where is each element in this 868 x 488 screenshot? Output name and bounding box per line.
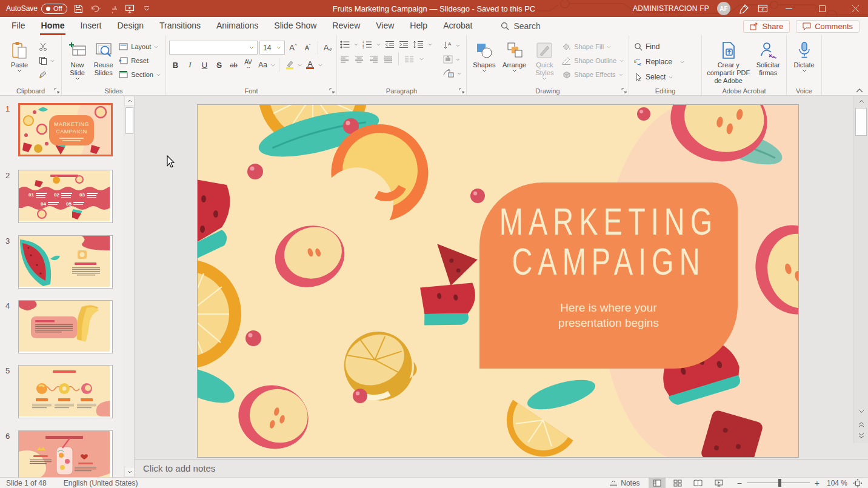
justify-icon[interactable] [384, 55, 393, 63]
thumbnail-scrollbar-thumb[interactable] [125, 107, 133, 134]
section-button[interactable]: Section [117, 69, 162, 81]
tab-view[interactable]: View [368, 17, 402, 35]
slide-sorter-view-button[interactable] [669, 478, 686, 488]
font-color-button[interactable]: A [304, 59, 316, 72]
tab-acrobat[interactable]: Acrobat [435, 17, 480, 35]
thumbnail-scrollbar[interactable] [124, 96, 134, 477]
account-name[interactable]: ADMINISTRACION FP [633, 4, 709, 13]
inking-pen-icon[interactable] [738, 3, 749, 14]
scroll-down-button[interactable] [855, 406, 867, 417]
thumbnail-scroll-down-button[interactable] [124, 467, 135, 477]
copy-button[interactable] [37, 55, 56, 67]
tab-file[interactable]: File [4, 17, 33, 35]
convert-to-smartart-button[interactable] [441, 67, 463, 79]
tab-review[interactable]: Review [324, 17, 368, 35]
slide-3-preview[interactable] [18, 235, 113, 289]
tab-home[interactable]: Home [33, 17, 73, 35]
numbering-icon[interactable]: 123 [362, 41, 372, 48]
underline-button[interactable]: U [198, 59, 211, 72]
decrease-font-size-button[interactable]: Aˇ [301, 41, 314, 54]
slide-5-preview[interactable] [18, 365, 113, 418]
decrease-indent-icon[interactable] [385, 41, 395, 48]
shapes-button[interactable]: Shapes [470, 37, 499, 72]
tab-design[interactable]: Design [109, 17, 152, 35]
thumbnail-scroll-up-button[interactable] [124, 96, 135, 106]
align-center-icon[interactable] [355, 55, 364, 63]
numbering-chevron-icon[interactable] [376, 43, 381, 46]
change-case-button[interactable]: Aa [256, 59, 269, 72]
slide-title-line-2[interactable]: CAMPAIGN [512, 235, 705, 288]
notes-pane[interactable]: Click to add notes [135, 459, 868, 477]
title-text-box[interactable]: MARKETING CAMPAIGN Here is where your pr… [479, 182, 738, 369]
font-name-combo[interactable] [169, 41, 258, 55]
arrange-button[interactable]: Arrange [500, 37, 529, 72]
slide-subtitle[interactable]: Here is where your presentation begins [558, 300, 659, 330]
notes-toggle-button[interactable]: Notes [604, 479, 644, 487]
cut-button[interactable] [37, 41, 56, 53]
scroll-up-button[interactable] [855, 96, 867, 107]
close-button[interactable] [843, 0, 868, 17]
align-left-icon[interactable] [340, 55, 349, 63]
dictate-button[interactable]: Dictate [790, 37, 818, 72]
request-signatures-button[interactable]: Solicitar firmas [753, 37, 783, 77]
character-spacing-button[interactable]: AV↔ [242, 59, 255, 72]
clear-formatting-button[interactable]: A [322, 41, 335, 54]
zoom-level[interactable]: 104 % [824, 479, 847, 487]
italic-button[interactable]: I [184, 59, 196, 72]
new-slide-button[interactable]: New Slide [65, 37, 90, 80]
shape-fill-button[interactable]: Shape Fill [560, 41, 626, 53]
start-presentation-button[interactable] [124, 3, 135, 14]
paste-button[interactable]: Paste [3, 37, 36, 72]
search-input[interactable]: Search [501, 21, 540, 31]
slide-2-preview[interactable]: 01 02 03 04 05 [18, 170, 113, 223]
slide-1-preview[interactable]: MARKETING CAMPAIGN [18, 103, 113, 156]
autosave-toggle[interactable]: AutoSave Off [6, 4, 67, 14]
zoom-slider[interactable] [747, 483, 810, 483]
slide-show-button[interactable] [710, 478, 727, 488]
increase-indent-icon[interactable] [399, 41, 409, 48]
maximize-button[interactable] [809, 0, 835, 17]
shape-effects-button[interactable]: Shape Effects [560, 69, 626, 81]
undo-button[interactable] [90, 3, 101, 14]
align-right-icon[interactable] [369, 55, 378, 63]
double-strikethrough-button[interactable]: ab [227, 59, 240, 72]
clipboard-dialog-launcher[interactable] [54, 88, 60, 94]
tab-slide-show[interactable]: Slide Show [266, 17, 324, 35]
font-dialog-launcher[interactable] [329, 88, 335, 94]
scrollbar-thumb[interactable] [855, 108, 867, 136]
reading-view-button[interactable] [690, 478, 707, 488]
text-direction-button[interactable]: A [441, 39, 463, 52]
bullets-chevron-icon[interactable] [354, 43, 358, 46]
find-button[interactable]: Find [632, 41, 686, 53]
account-avatar[interactable]: AF [717, 2, 730, 15]
select-button[interactable]: Select [632, 71, 686, 83]
align-text-button[interactable] [441, 53, 463, 65]
slide-4-preview[interactable] [18, 300, 113, 353]
slide-indicator[interactable]: Slide 1 of 48 [6, 479, 47, 487]
replace-button[interactable]: bc Replace [632, 56, 686, 68]
language-indicator[interactable]: English (United States) [64, 479, 138, 487]
reset-button[interactable]: Reset [117, 55, 162, 67]
zoom-in-button[interactable]: + [815, 478, 820, 488]
font-size-combo[interactable]: 14 [259, 41, 285, 55]
slide-6-preview[interactable] [18, 430, 113, 477]
reuse-slides-button[interactable]: Reuse Slides [91, 37, 116, 77]
ribbon-display-options-icon[interactable] [757, 3, 768, 14]
create-pdf-button[interactable]: Crear y compartir PDF de Adobe [705, 37, 752, 85]
fit-slide-to-window-button[interactable] [851, 479, 864, 487]
format-painter-button[interactable] [37, 69, 56, 81]
collapse-ribbon-button[interactable] [856, 89, 863, 93]
comments-button[interactable]: Comments [796, 20, 860, 33]
line-spacing-chevron-icon[interactable] [428, 43, 432, 46]
normal-view-button[interactable] [649, 478, 666, 488]
text-highlight-button[interactable] [283, 59, 296, 72]
tab-help[interactable]: Help [402, 17, 435, 35]
increase-font-size-button[interactable]: A^ [287, 41, 299, 54]
columns-icon[interactable] [404, 55, 414, 63]
tab-animations[interactable]: Animations [209, 17, 266, 35]
quick-access-toolbar-menu[interactable] [141, 3, 152, 14]
minimize-button[interactable] [776, 0, 801, 17]
tab-insert[interactable]: Insert [72, 17, 109, 35]
shape-outline-button[interactable]: Shape Outline [560, 55, 626, 67]
slide-scrollbar[interactable] [853, 96, 868, 443]
